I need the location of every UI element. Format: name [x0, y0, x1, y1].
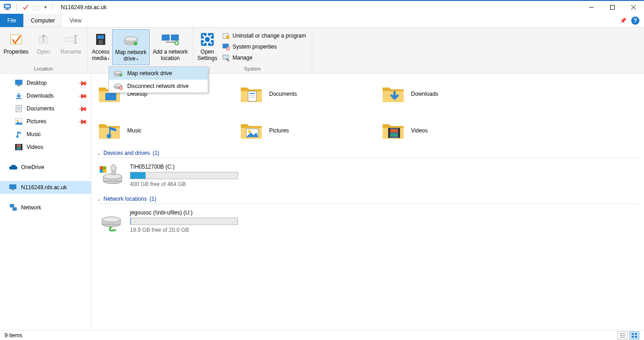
network-drive-icon [99, 209, 124, 234]
svg-rect-66 [17, 145, 21, 147]
section-devices-and-drives[interactable]: ⌄ Devices and drives (1) [97, 150, 639, 158]
qat-dropdown[interactable]: ▼ [43, 5, 48, 10]
window-title: N116249.nbi.ac.uk [61, 4, 107, 11]
items-view[interactable]: Desktop Documents Downloads Music Pictur… [92, 75, 644, 330]
large-icons-view-button[interactable] [629, 331, 639, 340]
details-view-button[interactable] [617, 331, 628, 340]
music-icon [15, 130, 23, 138]
ribbon-group-label: Location [3, 65, 84, 72]
folder-pictures[interactable]: Pictures [239, 115, 372, 146]
drive-usage-bar [130, 218, 238, 225]
svg-rect-65 [21, 144, 22, 150]
section-network-locations[interactable]: ⌄ Network locations (1) [97, 196, 639, 204]
dropdown-map-network-drive[interactable]: Map network drive [109, 67, 208, 80]
properties-button[interactable]: Properties [3, 29, 29, 65]
drive-free-text: 19.9 GB free of 20.0 GB [130, 227, 238, 233]
minimize-button[interactable] [581, 0, 602, 14]
downloads-icon [15, 92, 23, 100]
svg-point-78 [107, 134, 111, 138]
item-count: 9 items [5, 332, 22, 339]
svg-rect-70 [10, 204, 14, 207]
tab-computer[interactable]: Computer [23, 14, 62, 27]
chevron-down-icon: ⌄ [97, 151, 101, 156]
svg-rect-54 [17, 85, 20, 86]
sidebar-item-music[interactable]: Music [0, 128, 91, 141]
folder-music[interactable]: Music [97, 115, 230, 146]
svg-rect-91 [103, 166, 106, 170]
open-settings-button[interactable]: Open Settings [196, 29, 219, 65]
add-network-location-button[interactable]: Add a network location [151, 29, 190, 65]
map-network-drive-button[interactable]: Map network drive▾ [112, 29, 150, 65]
music-folder-icon [97, 118, 122, 143]
svg-rect-92 [100, 170, 103, 173]
rename-button: Rename [58, 29, 84, 65]
folder-videos[interactable]: Videos [381, 115, 514, 146]
svg-rect-64 [15, 144, 16, 150]
svg-rect-82 [388, 128, 390, 138]
drive-usage-bar [130, 172, 238, 179]
status-bar: 9 items [0, 330, 644, 340]
svg-rect-93 [103, 170, 106, 173]
access-media-button[interactable]: Access media▾ [90, 29, 111, 65]
sidebar-item-onedrive[interactable]: OneDrive [0, 161, 91, 174]
downloads-folder-icon [381, 82, 406, 106]
ribbon-group-label: System [196, 65, 309, 72]
svg-point-46 [119, 74, 122, 77]
folder-documents[interactable]: Documents [239, 78, 372, 110]
maximize-button[interactable] [602, 0, 623, 14]
network-icon [9, 203, 17, 212]
svg-rect-38 [226, 36, 229, 39]
svg-rect-67 [17, 148, 21, 149]
uninstall-program-button[interactable]: Uninstall or change a program [221, 31, 308, 40]
drive-name: jegoussc (\\nbi-ufiles) (U:) [130, 209, 238, 216]
sidebar-item-this-pc[interactable]: N116249.nbi.ac.uk [0, 181, 91, 194]
this-pc-icon [9, 183, 17, 192]
tab-file[interactable]: File [0, 14, 23, 27]
chevron-down-icon: ⌄ [97, 197, 101, 202]
documents-folder-icon [239, 82, 264, 106]
system-properties-button[interactable]: System properties [221, 42, 308, 51]
qat-newfolder-icon[interactable] [32, 3, 41, 11]
drive-u[interactable]: jegoussc (\\nbi-ufiles) (U:) 19.9 GB fre… [97, 206, 639, 238]
svg-rect-2 [6, 9, 9, 10]
svg-rect-102 [635, 333, 637, 335]
sidebar-item-videos[interactable]: Videos [0, 141, 91, 154]
documents-icon [15, 104, 23, 113]
svg-point-20 [134, 42, 137, 45]
svg-rect-5 [611, 5, 615, 10]
videos-folder-icon [381, 118, 406, 143]
help-icon[interactable]: ? [631, 16, 639, 25]
sidebar-item-network[interactable]: Network [0, 201, 91, 214]
drive-c[interactable]: TIH0512700B (C:) 400 GB free of 464 GB [97, 160, 639, 192]
local-disk-icon [99, 164, 124, 188]
sidebar-item-downloads[interactable]: Downloads📌 [0, 89, 91, 102]
dropdown-disconnect-network-drive[interactable]: Disconnect network drive [109, 80, 208, 93]
minimize-ribbon-icon[interactable]: 📌 [620, 17, 627, 24]
qat-properties-icon[interactable] [22, 3, 30, 11]
sidebar-item-desktop[interactable]: Desktop📌 [0, 77, 91, 89]
manage-button[interactable]: Manage [221, 53, 308, 62]
pin-icon: 📌 [77, 90, 88, 101]
tab-view[interactable]: View [62, 14, 89, 27]
svg-rect-15 [97, 35, 104, 39]
svg-point-97 [102, 217, 120, 222]
desktop-icon [15, 79, 23, 87]
drive-usage-fill [130, 172, 146, 179]
svg-rect-69 [11, 189, 14, 190]
sidebar-item-documents[interactable]: Documents📌 [0, 102, 91, 115]
svg-rect-104 [635, 336, 637, 338]
folder-downloads[interactable]: Downloads [381, 78, 514, 110]
sidebar-item-pictures[interactable]: Pictures📌 [0, 115, 91, 128]
svg-point-45 [114, 71, 122, 74]
svg-rect-3 [5, 10, 10, 10]
svg-point-16 [99, 40, 103, 44]
drive-free-text: 400 GB free of 464 GB [130, 181, 238, 187]
svg-rect-53 [15, 80, 22, 85]
svg-rect-85 [390, 133, 398, 137]
ribbon-group-system: Open Settings Uninstall or change a prog… [193, 27, 312, 73]
svg-point-80 [248, 130, 251, 133]
svg-rect-90 [100, 166, 103, 170]
svg-rect-10 [65, 38, 75, 41]
close-button[interactable] [623, 0, 644, 14]
uninstall-icon [222, 32, 230, 39]
